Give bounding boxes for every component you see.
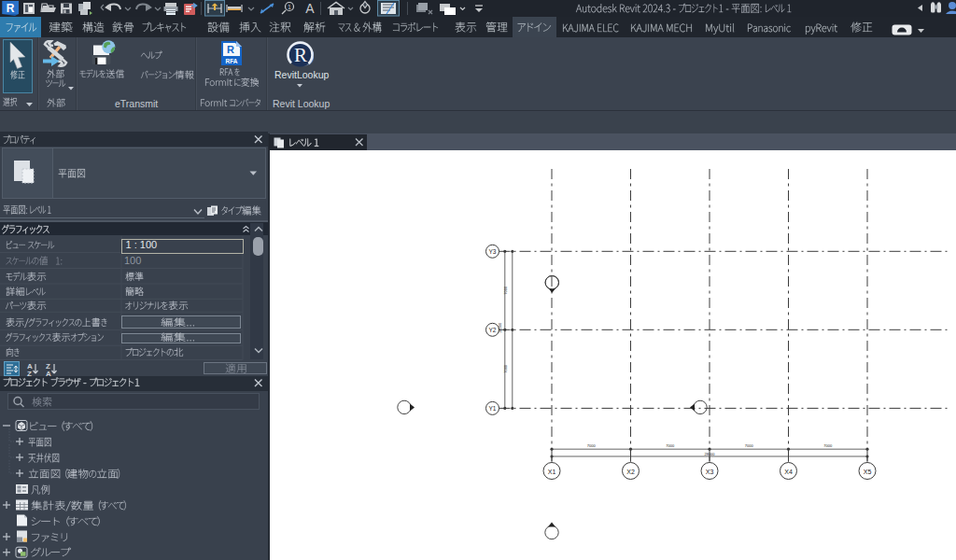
svg-text:1: 1: [288, 4, 291, 10]
svg-text:14000: 14000: [498, 322, 502, 333]
svg-text:28000: 28000: [704, 452, 715, 456]
svg-text:Y1: Y1: [489, 405, 497, 412]
svg-text:X5: X5: [864, 469, 872, 475]
svg-text:A: A: [305, 1, 315, 16]
svg-text:7000: 7000: [745, 443, 754, 448]
svg-text:R: R: [7, 2, 15, 15]
svg-text:X1: X1: [548, 469, 556, 475]
svg-text:7000: 7000: [504, 286, 509, 295]
svg-text:7000: 7000: [587, 443, 597, 448]
svg-text:Y2: Y2: [489, 327, 497, 333]
svg-text:7000: 7000: [504, 364, 509, 373]
svg-text:X4: X4: [784, 469, 793, 475]
svg-text:X2: X2: [626, 469, 635, 475]
svg-text:Y3: Y3: [489, 248, 497, 255]
svg-text:R: R: [227, 44, 234, 55]
svg-text:7000: 7000: [666, 443, 675, 448]
svg-text:R: R: [294, 44, 307, 66]
svg-text:X3: X3: [706, 469, 714, 475]
svg-text:7000: 7000: [823, 443, 833, 448]
svg-text:RFA: RFA: [226, 58, 238, 64]
